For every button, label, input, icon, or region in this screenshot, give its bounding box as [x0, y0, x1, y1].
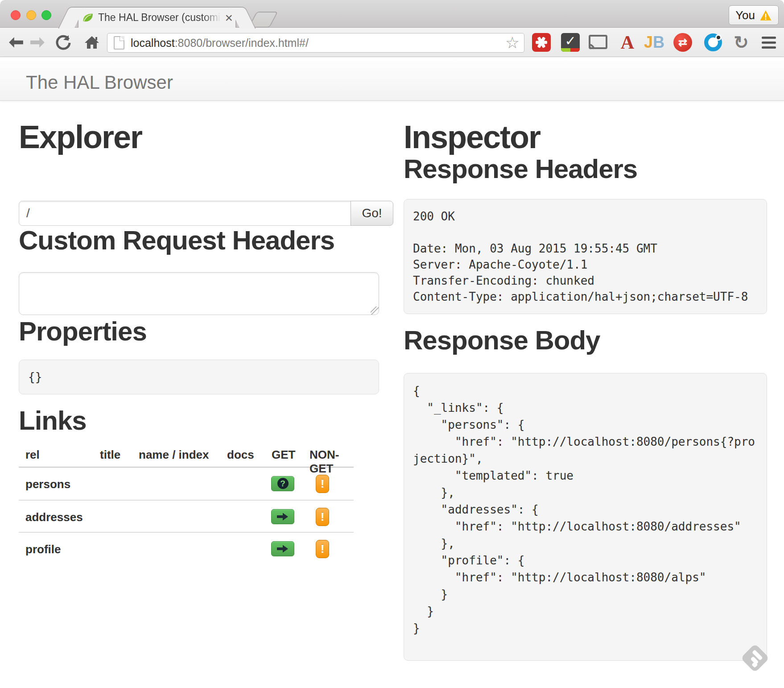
bookmark-star-icon[interactable]: ☆: [505, 35, 520, 51]
zoom-window-button[interactable]: [41, 10, 51, 20]
history-sync-extension-icon[interactable]: ↻: [730, 28, 752, 57]
reload-button[interactable]: [53, 28, 74, 57]
explorer-path-input[interactable]: [19, 201, 351, 226]
non-get-button[interactable]: !: [316, 508, 329, 526]
brand-title: The HAL Browser: [26, 72, 173, 93]
explorer-address-group: Go!: [19, 201, 394, 226]
inspector-panel: Inspector Response Headers 200 OK Date: …: [404, 120, 767, 672]
table-row-persons: persons ? !: [19, 468, 354, 500]
spring-leaf-favicon: [82, 12, 94, 24]
profile-label: You: [735, 8, 755, 22]
arrow-right-icon: [277, 513, 289, 521]
asterisk-icon: [532, 33, 551, 52]
sync-arrows-icon: ⇄: [673, 33, 692, 52]
browser-window: The HAL Browser (customiz × You: [0, 0, 784, 688]
question-icon: ?: [277, 478, 289, 489]
chromecast-extension-icon[interactable]: [588, 28, 608, 57]
non-get-button[interactable]: !: [316, 475, 329, 493]
jb-letters-icon: JB: [644, 33, 664, 52]
window-titlebar: The HAL Browser (customiz × You: [0, 0, 784, 28]
browser-tab-content: The HAL Browser (customiz ×: [78, 8, 235, 28]
get-question-button[interactable]: ?: [271, 476, 294, 491]
arrow-right-icon: [277, 545, 289, 553]
hamburger-icon: [762, 37, 776, 49]
col-get: GET: [272, 448, 295, 462]
url-host: localhost: [131, 37, 175, 49]
url-path: :8080/browser/index.html#/: [175, 37, 309, 49]
custom-request-headers-textarea[interactable]: [19, 272, 379, 315]
links-title: Links: [19, 406, 396, 435]
links-table-header: rel title name / index docs GET NON-GET: [19, 446, 354, 468]
warning-triangle-icon: [759, 10, 772, 21]
red-sync-extension-icon[interactable]: ⇄: [673, 28, 693, 57]
get-follow-button[interactable]: [271, 541, 294, 556]
col-name-index: name / index: [139, 448, 209, 462]
home-button[interactable]: [81, 28, 103, 57]
minimize-window-button[interactable]: [26, 10, 36, 20]
inspector-title: Inspector: [404, 120, 767, 154]
page-document-icon[interactable]: [114, 36, 124, 50]
rel-label: persons: [25, 477, 70, 491]
serif-a-icon: A: [621, 32, 634, 53]
menu-button[interactable]: [759, 28, 779, 57]
close-window-button[interactable]: [11, 10, 21, 20]
page-navbar: The HAL Browser: [0, 57, 784, 101]
response-body-value: { "_links": { "persons": { "href": "http…: [404, 373, 767, 661]
non-get-button[interactable]: !: [316, 540, 329, 558]
col-rel: rel: [25, 448, 40, 462]
tab-close-icon[interactable]: ×: [225, 11, 233, 25]
back-button[interactable]: [6, 28, 26, 57]
rel-label: profile: [25, 543, 61, 556]
circular-arrows-icon: ↻: [734, 32, 749, 53]
checkmark-extension-icon[interactable]: ✓: [560, 28, 581, 57]
blue-ring-icon: [704, 33, 722, 51]
lastpass-extension-icon[interactable]: [531, 28, 552, 57]
profile-button[interactable]: You: [729, 5, 779, 25]
url-text[interactable]: localhost:8080/browser/index.html#/: [131, 37, 502, 50]
browser-toolbar: localhost:8080/browser/index.html#/ ☆ ✓ …: [0, 28, 784, 57]
blue-circle-extension-icon[interactable]: [703, 28, 723, 57]
browser-tab[interactable]: The HAL Browser (customiz ×: [78, 7, 236, 28]
address-bar[interactable]: localhost:8080/browser/index.html#/ ☆: [107, 33, 524, 53]
custom-request-headers-title: Custom Request Headers: [19, 226, 396, 255]
explorer-title: Explorer: [19, 120, 396, 154]
check-icon: ✓: [561, 33, 580, 52]
response-body-title: Response Body: [404, 326, 767, 355]
table-row-addresses: addresses !: [19, 500, 354, 532]
go-button[interactable]: Go!: [351, 201, 393, 226]
forward-button[interactable]: [28, 28, 47, 57]
properties-value: {}: [19, 360, 379, 394]
col-title: title: [100, 448, 120, 462]
links-table: rel title name / index docs GET NON-GET …: [19, 446, 354, 564]
get-follow-button[interactable]: [271, 509, 294, 524]
response-headers-title: Response Headers: [404, 154, 767, 184]
col-docs: docs: [227, 448, 254, 462]
letter-a-extension-icon[interactable]: A: [618, 28, 637, 57]
rel-label: addresses: [25, 510, 83, 524]
jetbrains-extension-icon[interactable]: JB: [642, 28, 666, 57]
properties-title: Properties: [19, 317, 396, 346]
explorer-panel: Explorer Go! Custom Request Headers Prop…: [19, 120, 396, 564]
response-headers-value: 200 OK Date: Mon, 03 Aug 2015 19:55:45 G…: [404, 199, 767, 314]
table-row-profile: profile !: [19, 532, 354, 564]
tab-title: The HAL Browser (customiz: [98, 12, 222, 24]
cast-icon: [589, 35, 607, 50]
